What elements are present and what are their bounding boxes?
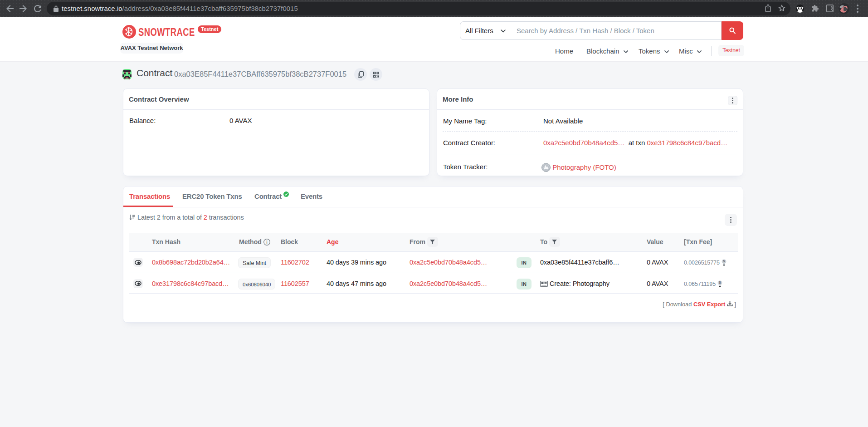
svg-text:i: i [266,240,268,245]
svg-text:$: $ [723,260,725,263]
svg-text:$: $ [719,281,721,285]
